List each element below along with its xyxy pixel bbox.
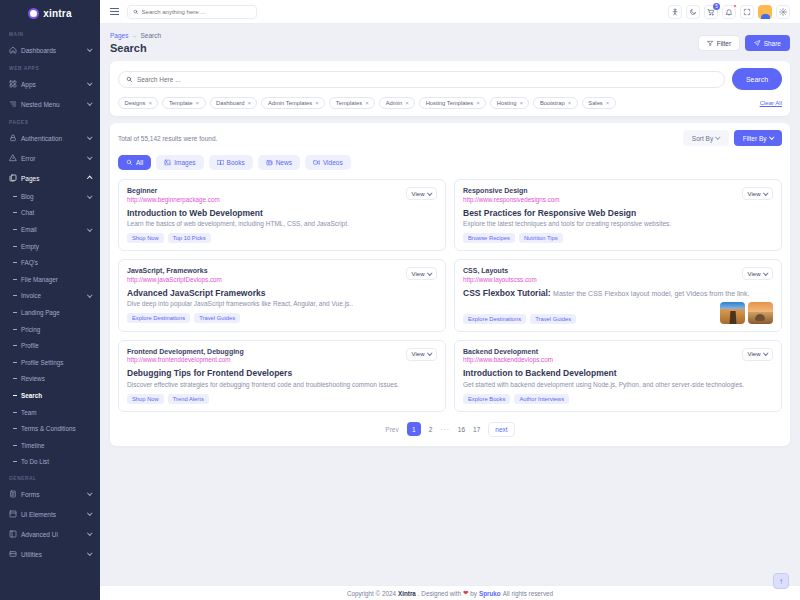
result-url[interactable]: http://www.frontenddevelopment.com xyxy=(127,356,437,363)
filter-chip[interactable]: Admin xyxy=(379,97,415,109)
sidebar-subitem[interactable]: Profile xyxy=(0,337,100,354)
sidebar-subitem[interactable]: Chat xyxy=(0,205,100,222)
hamburger-menu-icon[interactable] xyxy=(110,8,119,16)
sidebar-subitem[interactable]: Empty xyxy=(0,238,100,255)
sidebar-item-pages[interactable]: Pages xyxy=(0,168,100,188)
remove-icon[interactable] xyxy=(247,100,251,106)
sidebar-subitem[interactable]: Pricing xyxy=(0,321,100,338)
result-title[interactable]: Debugging Tips for Frontend Developers xyxy=(127,368,437,378)
remove-icon[interactable] xyxy=(315,100,319,106)
scroll-to-top-button[interactable]: ↑ xyxy=(773,573,789,589)
result-tag[interactable]: Browse Recipes xyxy=(463,233,515,243)
sidebar-subitem[interactable]: Terms & Conditions xyxy=(0,420,100,437)
result-url[interactable]: http://www.responsivedesigns.com xyxy=(463,196,773,203)
language-button[interactable] xyxy=(668,5,682,19)
sidebar-subitem[interactable]: File Manager xyxy=(0,271,100,288)
topbar-search-input[interactable] xyxy=(142,9,251,15)
sidebar-subitem[interactable]: FAQ's xyxy=(0,254,100,271)
pagination-next[interactable]: next xyxy=(488,422,514,437)
filter-chip[interactable]: Hosting Templates xyxy=(419,97,486,109)
sidebar-subitem[interactable]: Landing Page xyxy=(0,304,100,321)
sidebar-subitem[interactable]: Reviews xyxy=(0,371,100,388)
notifications-button[interactable] xyxy=(722,5,736,19)
dark-mode-button[interactable] xyxy=(686,5,700,19)
remove-icon[interactable] xyxy=(365,100,369,106)
filter-chip[interactable]: Bootstrap xyxy=(533,97,577,109)
tab-images[interactable]: Images xyxy=(156,155,203,170)
result-title[interactable]: Introduction to Backend Development xyxy=(463,368,773,378)
sidebar-item-advanced-ui[interactable]: Advanced Ui xyxy=(0,524,100,544)
pagination-page-16[interactable]: 16 xyxy=(458,426,465,433)
sidebar-subitem[interactable]: Invoice xyxy=(0,288,100,305)
view-button[interactable]: View xyxy=(406,187,437,200)
pagination-page-2[interactable]: 2 xyxy=(429,426,433,433)
remove-icon[interactable] xyxy=(196,100,200,106)
sidebar-item-forms[interactable]: Forms xyxy=(0,484,100,504)
share-button[interactable]: Share xyxy=(745,35,790,51)
result-tag[interactable]: Explore Destinations xyxy=(127,313,190,323)
result-tag[interactable]: Travel Guides xyxy=(194,313,240,323)
sidebar-item-dashboards[interactable]: Dashboards xyxy=(0,40,100,60)
filter-chip[interactable]: Dashboard xyxy=(210,97,258,109)
footer-credit-link[interactable]: Spruko xyxy=(479,590,501,597)
result-url[interactable]: http://www.backenddevlops.com xyxy=(463,356,773,363)
sidebar-subitem[interactable]: Email xyxy=(0,221,100,238)
view-button[interactable]: View xyxy=(406,348,437,361)
result-tag[interactable]: Shop Now xyxy=(127,233,164,243)
sidebar-subitem[interactable]: Blog xyxy=(0,188,100,205)
sidebar-subitem[interactable]: To Do List xyxy=(0,454,100,471)
clear-all-link[interactable]: Clear All xyxy=(760,100,782,106)
filter-by-button[interactable]: Filter By xyxy=(734,130,782,146)
filter-chip[interactable]: Templates xyxy=(329,97,375,109)
brand-logo[interactable]: xintra xyxy=(0,0,100,26)
video-thumbnail[interactable] xyxy=(748,302,773,324)
remove-icon[interactable] xyxy=(148,100,152,106)
result-url[interactable]: http://www.layoutscss.com xyxy=(463,276,773,283)
cart-button[interactable]: 5 xyxy=(704,5,718,19)
filter-button[interactable]: Filter xyxy=(698,35,740,51)
fullscreen-button[interactable] xyxy=(740,5,754,19)
result-tag[interactable]: Nutrition Tips xyxy=(519,233,563,243)
main-search-input[interactable] xyxy=(137,76,717,83)
view-button[interactable]: View xyxy=(742,267,773,280)
sidebar-subitem[interactable]: Timeline xyxy=(0,437,100,454)
result-url[interactable]: http://www.beginnerpackage.com xyxy=(127,196,437,203)
filter-chip[interactable]: Template xyxy=(162,97,205,109)
result-tag[interactable]: Travel Guides xyxy=(530,314,576,324)
sidebar-item-ui-elements[interactable]: Ui Elements xyxy=(0,504,100,524)
filter-chip[interactable]: Hosting xyxy=(490,97,529,109)
pagination-prev[interactable]: Prev xyxy=(385,426,398,433)
result-tag[interactable]: Shop Now xyxy=(127,394,164,404)
video-thumbnail[interactable] xyxy=(720,302,745,324)
remove-icon[interactable] xyxy=(476,100,480,106)
view-button[interactable]: View xyxy=(742,348,773,361)
sidebar-item-utilities[interactable]: Utilities xyxy=(0,544,100,564)
pagination-page-1[interactable]: 1 xyxy=(407,422,421,436)
view-button[interactable]: View xyxy=(742,187,773,200)
settings-button[interactable] xyxy=(776,5,790,19)
sidebar-item-nested-menu[interactable]: Nested Menu xyxy=(0,94,100,114)
pagination-page-17[interactable]: 17 xyxy=(473,426,480,433)
sidebar-subitem[interactable]: Search xyxy=(0,387,100,404)
result-title[interactable]: CSS Flexbox Tutorial: Master the CSS Fle… xyxy=(463,288,773,298)
remove-icon[interactable] xyxy=(606,100,610,106)
tab-all[interactable]: All xyxy=(118,155,151,170)
search-submit-button[interactable]: Search xyxy=(732,68,782,90)
sidebar-item-error[interactable]: Error xyxy=(0,148,100,168)
remove-icon[interactable] xyxy=(519,100,523,106)
result-tag[interactable]: Explore Books xyxy=(463,394,510,404)
remove-icon[interactable] xyxy=(568,100,572,106)
result-title[interactable]: Advanced JavaScript Frameworks xyxy=(127,288,437,298)
tab-news[interactable]: News xyxy=(258,155,300,170)
sidebar-subitem[interactable]: Profile Settings xyxy=(0,354,100,371)
result-title[interactable]: Best Practices for Responsive Web Design xyxy=(463,208,773,218)
user-avatar[interactable] xyxy=(758,5,772,19)
sort-by-button[interactable]: Sort By xyxy=(683,130,729,146)
result-url[interactable]: http://www.javaScriptDevlops.com xyxy=(127,276,437,283)
filter-chip[interactable]: Admin Templates xyxy=(261,97,325,109)
result-title[interactable]: Introduction to Web Development xyxy=(127,208,437,218)
tab-videos[interactable]: Videos xyxy=(305,155,351,170)
view-button[interactable]: View xyxy=(406,267,437,280)
tab-books[interactable]: Books xyxy=(209,155,253,170)
sidebar-subitem[interactable]: Team xyxy=(0,404,100,421)
